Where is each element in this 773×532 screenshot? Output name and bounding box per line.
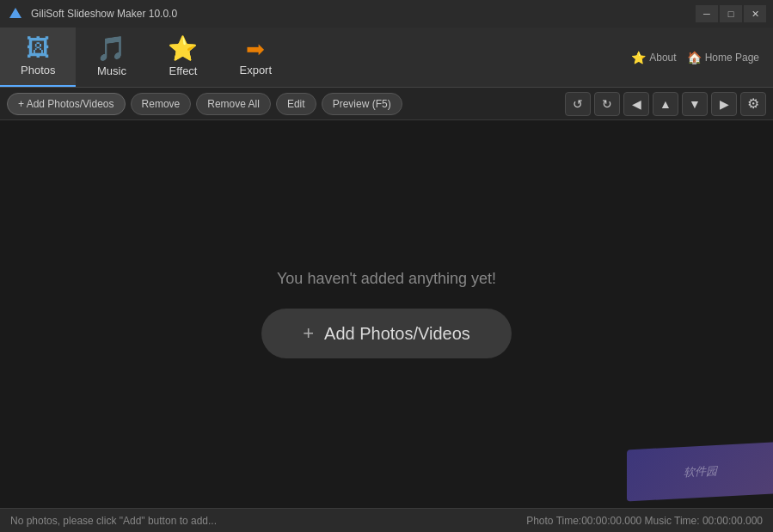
move-left-button[interactable]: ◀: [623, 92, 649, 116]
action-bar-right: ↺ ↻ ◀ ▲ ▼ ▶ ⚙: [565, 92, 766, 116]
right-links: ⭐ About 🏠 Home Page: [617, 28, 773, 87]
edit-button[interactable]: Edit: [276, 93, 316, 115]
music-icon: 🎵: [96, 37, 126, 61]
photos-icon: 🖼: [26, 36, 50, 60]
tab-export-label: Export: [239, 64, 272, 76]
effect-icon: ⭐: [168, 37, 198, 61]
status-bar: No photos, please click "Add" button to …: [0, 508, 773, 532]
move-right-button[interactable]: ▶: [711, 92, 737, 116]
about-label: About: [649, 52, 676, 64]
watermark-text: 软件园: [684, 463, 717, 480]
rotate-cw-button[interactable]: ↻: [594, 92, 620, 116]
remove-button[interactable]: Remove: [131, 93, 192, 115]
tab-export[interactable]: ➡ Export: [218, 28, 292, 87]
status-left: No photos, please click "Add" button to …: [10, 515, 217, 527]
window-controls: ─ □ ✕: [696, 5, 766, 22]
export-icon: ➡: [246, 38, 265, 60]
title-bar: GiliSoft Slideshow Maker 10.0.0 ─ □ ✕: [0, 0, 773, 28]
add-photos-large-button[interactable]: + Add Photos/Videos: [261, 309, 512, 358]
homepage-link[interactable]: 🏠 Home Page: [687, 51, 759, 64]
nav-bar: 🖼 Photos 🎵 Music ⭐ Effect ➡ Export ⭐ Abo…: [0, 28, 773, 88]
remove-all-button[interactable]: Remove All: [196, 93, 271, 115]
status-right: Photo Time:00:00:00.000 Music Time: 00:0…: [526, 515, 763, 527]
about-link[interactable]: ⭐ About: [631, 51, 676, 64]
app-title: GiliSoft Slideshow Maker 10.0.0: [31, 8, 696, 20]
svg-marker-0: [9, 8, 21, 18]
action-bar: + Add Photos/Videos Remove Remove All Ed…: [0, 88, 773, 120]
watermark: 软件园: [627, 443, 773, 502]
about-icon: ⭐: [631, 51, 646, 64]
move-up-button[interactable]: ▲: [653, 92, 678, 116]
empty-message: You haven't added anything yet!: [277, 270, 496, 288]
app-icon: [7, 5, 24, 22]
add-btn-large-label: Add Photos/Videos: [324, 324, 470, 344]
homepage-icon: 🏠: [687, 51, 702, 64]
tab-photos[interactable]: 🖼 Photos: [0, 28, 76, 87]
add-photos-button[interactable]: + Add Photos/Videos: [7, 93, 126, 115]
plus-icon: +: [303, 322, 314, 345]
tab-effect[interactable]: ⭐ Effect: [147, 28, 218, 87]
homepage-label: Home Page: [705, 52, 759, 64]
tab-photos-label: Photos: [21, 64, 55, 76]
tab-music-label: Music: [97, 64, 126, 77]
rotate-ccw-button[interactable]: ↺: [565, 92, 591, 116]
maximize-button[interactable]: □: [720, 5, 742, 22]
move-down-button[interactable]: ▼: [682, 92, 708, 116]
minimize-button[interactable]: ─: [696, 5, 718, 22]
close-button[interactable]: ✕: [744, 5, 766, 22]
tab-effect-label: Effect: [169, 64, 197, 77]
preview-button[interactable]: Preview (F5): [322, 93, 402, 115]
tab-music[interactable]: 🎵 Music: [76, 28, 147, 87]
settings-button[interactable]: ⚙: [740, 92, 766, 116]
